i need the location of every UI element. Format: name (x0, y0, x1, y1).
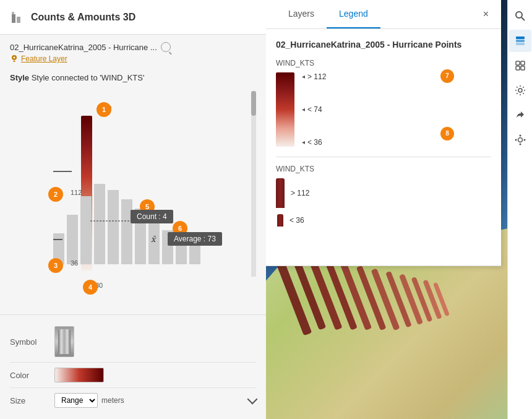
axis-label-112: 112 (71, 189, 82, 196)
settings-icon (515, 85, 526, 96)
legend-wind-kts-title: WIND_KTS (276, 59, 491, 67)
color-label: Color (10, 371, 47, 380)
size-label: Size (10, 396, 47, 405)
share-button[interactable] (509, 104, 531, 126)
settings-button[interactable] (509, 79, 531, 102)
grid-icon (515, 60, 526, 71)
scrollbar[interactable] (251, 91, 256, 277)
search-button[interactable] (509, 5, 531, 27)
size-type-select[interactable]: Range (54, 393, 98, 408)
symbol-preview[interactable] (54, 326, 74, 357)
size-row-end (249, 398, 256, 403)
legend-size-row-small: < 36 (276, 214, 491, 227)
svg-rect-0 (12, 14, 15, 23)
legend-divider (276, 157, 491, 157)
tab-legend[interactable]: Legend (327, 0, 380, 28)
chart-3d-icon (10, 10, 25, 25)
config-button[interactable] (509, 129, 531, 151)
size-controls: Range meters (54, 393, 124, 408)
svg-point-44 (518, 138, 522, 142)
close-button[interactable]: × (481, 6, 491, 22)
axis-label-36: 36 (71, 259, 78, 267)
svg-line-35 (521, 17, 525, 20)
legend-label-mid: ◂ < 74 (302, 105, 326, 114)
xbar-symbol: x̄ (151, 235, 155, 244)
style-connected-text: Style connected to 'WIND_KTS' (32, 73, 145, 82)
svg-rect-39 (516, 61, 520, 65)
cylinder-bar-small (277, 214, 283, 227)
badge-7: 7 (440, 69, 454, 83)
symbol-label: Symbol (10, 337, 47, 347)
style-label: Style Style connected to 'WIND_KTS' (0, 68, 266, 85)
svg-rect-16 (189, 243, 200, 264)
legend-label-top: ◂ > 112 (302, 72, 326, 81)
legend-labels: ◂ > 112 ◂ < 74 ◂ < 36 (302, 72, 326, 147)
svg-point-46 (519, 144, 521, 145)
svg-rect-11 (121, 199, 132, 264)
color-row: Color (10, 363, 256, 388)
layer-name-text: 02_HurricaneKatrina_2005 - Hurricane ... (10, 43, 157, 52)
label-top-text: > 112 (307, 72, 326, 81)
panel-title: Counts & Amounts 3D (31, 12, 135, 23)
legend-size-label-large: > 112 (291, 189, 309, 197)
scrollbar-thumb[interactable] (251, 91, 256, 116)
svg-point-45 (519, 135, 521, 137)
chevron-down-icon[interactable] (247, 394, 258, 405)
color-preview[interactable] (54, 368, 104, 382)
arrow-bottom: ◂ (302, 139, 305, 145)
right-side: Layers Legend × 02_HurricaneKatrina_2005… (266, 0, 532, 419)
legend-content: 02_HurricaneKatrina_2005 - Hurricane Poi… (266, 29, 501, 236)
legend-size-label-small: < 36 (290, 216, 304, 225)
share-icon (515, 110, 526, 121)
svg-rect-1 (17, 17, 20, 23)
average-tooltip: Average : 73 (168, 232, 222, 246)
legend-size-title: WIND_KTS (276, 165, 491, 173)
legend-cylinder-small (276, 214, 283, 227)
grid-button[interactable] (509, 54, 531, 77)
svg-point-47 (515, 139, 517, 141)
search-layer-icon[interactable] (161, 42, 171, 52)
legend-label-bottom: ◂ < 36 (302, 138, 326, 147)
svg-rect-10 (108, 190, 119, 264)
layers-button[interactable] (509, 30, 531, 52)
size-unit-label: meters (101, 396, 124, 405)
svg-point-34 (516, 12, 522, 18)
layers-icon (515, 35, 526, 46)
label-mid-text: < 74 (307, 105, 322, 114)
badge-3: 3 (48, 258, 63, 273)
badge-4: 4 (83, 280, 98, 295)
legend-cylinder-large (276, 178, 285, 208)
legend-size-section: WIND_KTS > 112 < 36 (276, 165, 491, 227)
symbol-cylinder-icon (58, 329, 71, 354)
svg-point-4 (14, 57, 15, 59)
svg-rect-38 (516, 43, 525, 45)
tab-layers[interactable]: Layers (276, 0, 327, 28)
cylinder-bar-large (276, 178, 285, 208)
arrow-mid: ◂ (302, 106, 305, 113)
svg-point-48 (523, 139, 525, 141)
panel-header: Counts & Amounts 3D (0, 0, 266, 35)
feature-layer-link[interactable]: Feature Layer (10, 54, 256, 63)
badge-8: 8 (440, 127, 454, 140)
config-icon (515, 134, 526, 145)
svg-rect-29 (385, 271, 412, 327)
layer-info: 02_HurricaneKatrina_2005 - Hurricane ...… (0, 35, 266, 68)
panel-tabs: Layers Legend × (266, 0, 501, 29)
svg-rect-37 (516, 40, 525, 42)
histogram-container: 150 112 36 30 1 2 3 4 5 6 Count : 4 x̄ A… (10, 91, 256, 277)
legend-panel: Layers Legend × 02_HurricaneKatrina_2005… (266, 0, 501, 266)
size-type-dropdown[interactable]: Range (54, 393, 98, 408)
symbol-row: Symbol (10, 321, 256, 363)
feature-layer-label: Feature Layer (21, 54, 67, 63)
svg-rect-7 (67, 215, 78, 264)
svg-rect-41 (516, 66, 520, 70)
legend-gradient-wrapper: ◂ > 112 ◂ < 74 ◂ < 36 7 8 (276, 72, 491, 147)
legend-size-items: > 112 < 36 (276, 178, 491, 227)
svg-rect-42 (521, 66, 525, 70)
bottom-controls: Symbol Color Size Range meters (0, 314, 266, 419)
svg-point-43 (518, 89, 522, 92)
layer-name-row: 02_HurricaneKatrina_2005 - Hurricane ... (10, 42, 256, 52)
svg-rect-9 (94, 184, 105, 264)
chart-area: 150 112 36 30 1 2 3 4 5 6 Count : 4 x̄ A… (0, 85, 266, 314)
svg-rect-36 (516, 37, 525, 39)
